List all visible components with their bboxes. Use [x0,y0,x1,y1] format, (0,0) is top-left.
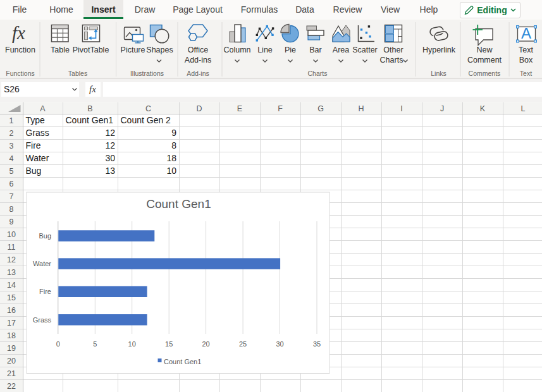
svg-text:4: 4 [9,154,14,163]
svg-text:Add-ins: Add-ins [187,70,209,77]
svg-text:5: 5 [9,167,14,176]
svg-text:12: 12 [7,255,16,264]
svg-text:18: 18 [7,331,16,340]
svg-text:0: 0 [56,340,60,348]
svg-text:Comment: Comment [467,56,502,64]
svg-text:Grass: Grass [26,128,49,138]
svg-text:25: 25 [239,340,247,348]
svg-text:Links: Links [431,70,447,77]
svg-text:C: C [145,104,151,113]
svg-text:G: G [317,104,324,113]
svg-text:Bug: Bug [39,232,51,240]
svg-text:Illustrations: Illustrations [130,70,164,77]
svg-text:Office: Office [188,46,208,54]
svg-text:Other: Other [383,46,403,54]
svg-text:Type: Type [26,115,46,125]
svg-text:Pie: Pie [285,46,296,54]
svg-text:Count Gen 2: Count Gen 2 [121,115,171,125]
svg-text:Fire: Fire [26,140,41,150]
svg-text:Charts: Charts [308,70,328,77]
svg-text:A: A [40,104,46,113]
svg-text:Water: Water [26,153,49,163]
svg-text:19: 19 [7,344,16,353]
svg-text:35: 35 [313,340,321,348]
svg-text:21: 21 [7,369,16,378]
svg-text:Grass: Grass [33,316,52,324]
svg-text:10: 10 [128,340,136,348]
svg-text:16: 16 [7,306,16,315]
svg-text:3: 3 [9,142,14,150]
svg-text:New: New [476,46,493,54]
svg-text:1: 1 [9,116,14,125]
svg-text:30: 30 [105,153,115,163]
svg-text:6: 6 [9,180,14,188]
svg-text:Line: Line [257,46,273,54]
svg-text:9: 9 [9,217,14,226]
svg-text:Count Gen1: Count Gen1 [146,197,211,211]
svg-text:F: F [278,104,283,113]
svg-text:Scatter: Scatter [352,46,378,54]
svg-text:18: 18 [166,153,176,163]
svg-text:Text: Text [520,70,532,77]
svg-text:8: 8 [9,205,14,214]
svg-text:Count Gen1: Count Gen1 [66,115,114,125]
svg-text:20: 20 [202,340,209,348]
svg-text:11: 11 [8,243,16,252]
svg-text:fx: fx [12,23,25,43]
svg-text:Picture: Picture [121,46,145,54]
svg-text:13: 13 [105,166,115,176]
svg-text:B: B [87,104,92,113]
svg-text:2: 2 [9,129,14,138]
svg-text:7: 7 [9,192,14,201]
svg-text:9: 9 [171,128,176,138]
svg-text:13: 13 [7,268,16,277]
svg-text:I: I [400,104,402,113]
svg-text:12: 12 [105,140,115,150]
svg-text:Add-ins: Add-ins [185,56,211,64]
svg-text:Functions: Functions [6,70,35,77]
svg-text:Water: Water [33,260,51,267]
svg-text:10: 10 [7,230,16,239]
svg-text:Comments: Comments [469,70,501,77]
svg-text:J: J [440,104,444,113]
svg-text:22: 22 [7,382,16,391]
svg-text:Hyperlink: Hyperlink [422,46,456,54]
svg-text:Box: Box [519,56,533,64]
svg-text:Text: Text [519,46,533,54]
svg-text:Charts: Charts [380,56,403,64]
svg-text:Count Gen1: Count Gen1 [164,358,201,365]
svg-text:10: 10 [166,166,176,176]
svg-text:A: A [521,25,531,42]
svg-text:Function: Function [5,46,35,54]
svg-text:Tables: Tables [68,70,87,77]
svg-text:Shapes: Shapes [146,46,173,54]
svg-text:Bug: Bug [26,166,42,176]
svg-text:H: H [358,104,364,113]
svg-text:Area: Area [333,46,349,54]
svg-text:30: 30 [276,340,283,348]
svg-text:5: 5 [93,340,97,348]
svg-text:PivotTable: PivotTable [73,46,109,54]
svg-text:Bar: Bar [309,46,321,54]
svg-text:15: 15 [165,340,173,348]
svg-text:8: 8 [171,140,176,150]
svg-text:L: L [521,104,526,113]
svg-text:Table: Table [51,46,70,54]
svg-text:15: 15 [7,293,16,302]
svg-text:12: 12 [105,128,115,138]
svg-text:K: K [480,104,486,113]
svg-text:D: D [196,104,202,113]
svg-text:14: 14 [7,281,16,290]
svg-text:20: 20 [7,357,16,365]
svg-text:17: 17 [7,319,16,328]
svg-text:Fire: Fire [39,288,51,295]
svg-text:E: E [237,104,242,113]
svg-text:Column: Column [223,46,250,54]
